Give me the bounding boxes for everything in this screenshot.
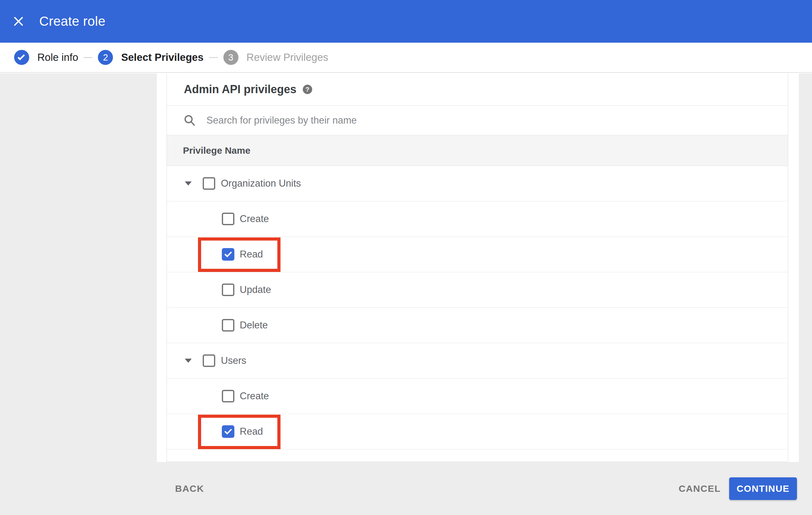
chevron-down-icon[interactable]	[185, 359, 192, 363]
privilege-label: Create	[240, 213, 269, 224]
back-button[interactable]: BACK	[175, 483, 204, 494]
table-row-users: Users	[167, 343, 788, 378]
table-row-read: Read	[167, 414, 788, 450]
privilege-search-row	[167, 105, 788, 135]
update-checkbox[interactable]	[222, 283, 234, 296]
help-icon[interactable]: ?	[303, 85, 312, 94]
privilege-label: Users	[221, 355, 246, 366]
right-side-panel	[799, 73, 812, 515]
table-row-create: Create	[167, 378, 788, 414]
step-number-badge: 3	[223, 50, 238, 65]
privilege-table: Organization Units Create Read Update De…	[167, 166, 788, 450]
step-connector	[209, 57, 218, 58]
highlight-box	[198, 415, 281, 449]
create-checkbox[interactable]	[222, 213, 234, 225]
table-row-delete: Delete	[167, 308, 788, 343]
highlight-box	[198, 237, 281, 272]
privilege-label: Create	[240, 391, 269, 402]
step-connector	[83, 57, 92, 58]
step-label: Review Privileges	[246, 52, 328, 63]
privilege-label: Read	[240, 249, 263, 260]
users-checkbox[interactable]	[203, 355, 215, 367]
table-header-label: Privilege Name	[183, 145, 250, 156]
app-bar: Create role	[0, 0, 812, 43]
table-row-create: Create	[167, 201, 788, 237]
check-icon	[18, 53, 25, 60]
create-checkbox[interactable]	[222, 390, 234, 402]
privilege-label: Update	[240, 284, 271, 296]
table-header-row: Privilege Name	[167, 135, 788, 166]
step-number-badge: 2	[98, 50, 113, 65]
step-review-privileges[interactable]: 3 Review Privileges	[223, 50, 328, 65]
read-checkbox[interactable]	[222, 425, 234, 438]
search-icon	[183, 114, 196, 127]
privilege-label: Organization Units	[221, 178, 301, 189]
section-header: Admin API privileges ?	[167, 73, 788, 105]
step-label: Select Privileges	[121, 52, 203, 63]
privilege-label: Read	[240, 426, 263, 437]
step-label: Role info	[37, 52, 78, 63]
privilege-label: Delete	[240, 320, 268, 331]
dialog-title: Create role	[39, 14, 106, 29]
organization-units-checkbox[interactable]	[203, 177, 215, 190]
table-row-update: Update	[167, 272, 788, 308]
table-row-read: Read	[167, 237, 788, 272]
chevron-down-icon[interactable]	[185, 182, 192, 186]
table-row-organization-units: Organization Units	[167, 166, 788, 201]
step-done-check-icon	[14, 50, 29, 65]
read-checkbox[interactable]	[222, 248, 234, 261]
section-title: Admin API privileges	[184, 83, 296, 96]
search-input[interactable]	[206, 115, 677, 126]
step-role-info[interactable]: Role info	[14, 50, 78, 65]
privileges-card: Admin API privileges ? Privilege Name Or…	[167, 73, 788, 462]
delete-checkbox[interactable]	[222, 319, 234, 332]
step-select-privileges[interactable]: 2 Select Privileges	[98, 50, 203, 65]
left-side-panel	[0, 73, 157, 515]
stepper: Role info 2 Select Privileges 3 Review P…	[0, 43, 812, 73]
close-icon[interactable]	[10, 12, 27, 30]
cancel-button[interactable]: CANCEL	[679, 483, 721, 494]
continue-button[interactable]: CONTINUE	[729, 477, 797, 500]
